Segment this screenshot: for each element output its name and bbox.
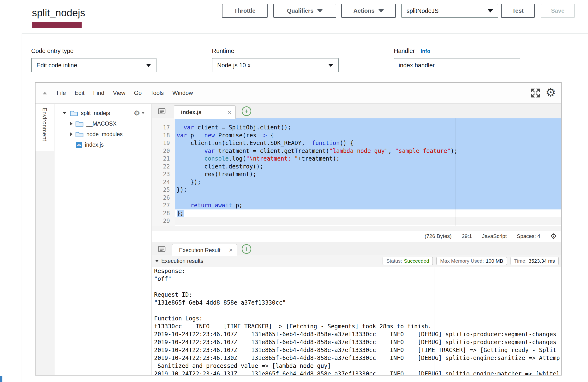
tab-indexjs[interactable]: index.js × [174,105,236,119]
code-line: var p = new Promise(res => { [175,132,561,139]
gutter-line-number[interactable]: 18 [163,132,170,139]
file-tree: split_nodejs ⚙ __MACOSX node_modules [55,104,151,375]
execution-results-header: Execution results Status: Succeeded Max … [152,255,561,267]
test-event-select[interactable]: splitNodeJS [401,4,498,18]
tab-execution-result[interactable]: Execution Result × [172,244,237,256]
throttle-button[interactable]: Throttle [222,4,268,18]
new-tab-button[interactable]: + [242,244,251,254]
code-entry-type-select[interactable]: Edit code inline [31,58,156,72]
gutter-line-number[interactable]: 23 [163,170,170,178]
log-line [152,307,561,315]
menu-tools[interactable]: Tools [150,90,164,96]
folder-icon [75,131,84,137]
log-line: 2019-10-24T22:23:46.107Z 131e865f-6eb4-4… [152,346,561,354]
tree-item-macosx[interactable]: __MACOSX [55,118,151,129]
ide-settings-gear-icon[interactable]: ⚙ [546,87,556,98]
code-line: res(treatment); [175,170,561,178]
execution-results-toggle[interactable]: Execution results [155,258,203,264]
runtime-select[interactable]: Node.js 10.x [212,58,339,72]
code-line: client.on(client.Event.SDK_READY, functi… [175,139,561,147]
log-line: "131e865f-6eb4-4dd8-858e-a37ef13330cc" [152,299,561,307]
test-button-label: Test [512,7,524,14]
gutter-line-number[interactable]: 24 [163,178,170,186]
tree-item-node-modules[interactable]: node_modules [55,129,151,139]
gutter-line-number[interactable]: 22 [163,163,170,171]
code-line: return await p; [175,202,561,210]
execution-results-title: Execution results [161,258,203,264]
gutter-line-number[interactable]: 26 [163,194,170,202]
folder-icon [75,120,84,127]
code-area[interactable]: var client = SplitObj.client();var p = n… [175,118,561,226]
card-top-border [21,33,588,34]
handler-input[interactable] [394,58,520,72]
menu-view[interactable]: View [113,90,126,96]
chevron-down-icon [488,9,493,12]
scrolled-element-fragment [32,22,82,28]
code-line: var client = SplitObj.client(); [175,124,561,132]
ide-menu-bar: File Edit Find View Go Tools Window ⚙ [36,83,561,104]
menu-file[interactable]: File [57,90,66,96]
qualifiers-button-label: Qualifiers [287,7,314,14]
runtime-value: Node.js 10.x [217,62,251,69]
tree-collapsed-icon[interactable] [70,132,72,136]
code-line: }; [175,210,561,217]
log-line: 2019-10-24T22:23:46.130Z 131e865f-6eb4-4… [152,354,561,362]
spaces-status[interactable]: Spaces: 4 [517,233,540,239]
execution-log-pane: Response:"off"Request ID:"131e865f-6eb4-… [152,267,561,375]
language-status[interactable]: JavaScript [482,233,507,239]
text-cursor [177,218,177,224]
results-tab-bar: Execution Result × + [152,242,561,256]
blue-edge-fragment [0,376,2,382]
qualifiers-button[interactable]: Qualifiers [273,4,336,18]
code-line [175,217,561,225]
horizontal-scrollbar[interactable] [152,226,561,231]
actions-button[interactable]: Actions [341,4,396,18]
gutter-line-number[interactable]: 27 [163,202,170,210]
cloud9-ide: File Edit Find View Go Tools Window ⚙ En… [35,82,562,376]
environment-rail-track [36,151,54,375]
chevron-down-icon [328,64,333,67]
test-event-select-value: splitNodeJS [407,7,439,14]
tree-collapsed-icon[interactable] [70,121,72,126]
tab-list-icon[interactable] [158,246,166,252]
folder-icon [70,110,78,116]
menu-go[interactable]: Go [134,90,142,96]
handler-info-link[interactable]: Info [421,48,430,54]
environment-rail[interactable]: Environment [36,104,55,375]
gutter-line-number[interactable]: 19 [163,139,170,147]
file-size-status[interactable]: (726 Bytes) [424,233,452,239]
gutter-line-number[interactable]: 17 [163,124,170,132]
menu-edit[interactable]: Edit [75,90,84,96]
tree-item-split-nodejs[interactable]: split_nodejs ⚙ [55,108,151,118]
chevron-down-icon [378,9,384,12]
header-actions: Throttle Qualifiers Actions splitNodeJS … [222,4,575,18]
test-button[interactable]: Test [501,4,535,18]
menu-find[interactable]: Find [93,90,105,96]
code-line [175,194,561,202]
gutter-line-number[interactable]: 21 [163,155,170,163]
code-editor[interactable]: 17181920212223242526272829 var client = … [152,118,561,226]
tree-expand-icon[interactable] [63,112,66,114]
gutter-line-number[interactable]: 25 [163,186,170,194]
cursor-position-status[interactable]: 29:1 [462,233,472,239]
gutter-line-number[interactable]: 29 [163,217,170,225]
editor-gutter: 17181920212223242526272829 [152,118,175,226]
log-lines: Response:"off"Request ID:"131e865f-6eb4-… [152,267,561,375]
print-margin-line [434,267,434,375]
collapse-menu-icon[interactable] [43,92,47,95]
editor-settings-gear-icon[interactable]: ⚙ [550,233,557,240]
code-line: console.log("\ntreatment: "+treatment); [175,155,561,163]
tab-list-icon[interactable] [158,108,166,115]
save-button[interactable]: Save [541,4,575,18]
tree-item-indexjs[interactable]: JS index.js [55,139,151,150]
tree-settings-control[interactable]: ⚙ [134,110,145,117]
new-tab-button[interactable]: + [242,106,251,116]
close-icon[interactable]: × [229,247,233,253]
close-icon[interactable]: × [228,109,231,116]
gutter-line-number[interactable]: 20 [163,147,170,155]
fullscreen-icon[interactable] [530,88,541,98]
environment-tab-label: Environment [41,108,48,141]
tab-label: Execution Result [179,247,221,253]
menu-window[interactable]: Window [172,90,193,96]
gutter-line-number[interactable]: 28 [163,210,170,217]
